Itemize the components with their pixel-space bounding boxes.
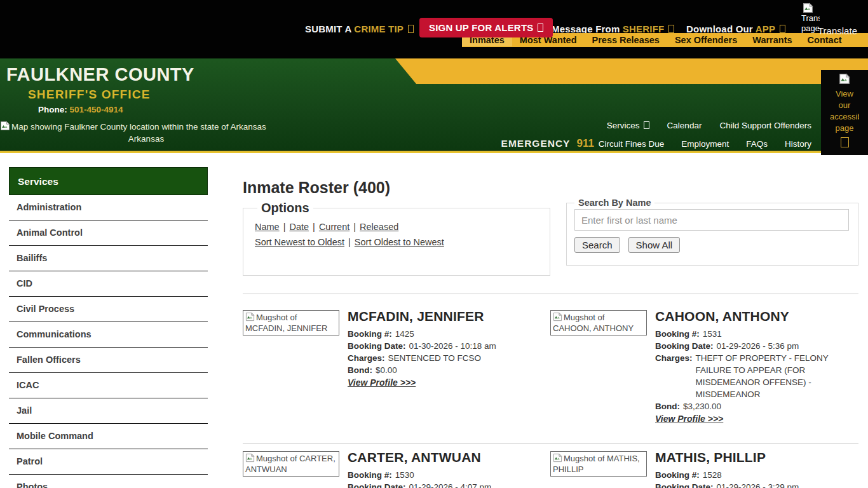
sidebar-item-icac[interactable]: ICAC [9,373,208,398]
charges-value: SENTENCED TO FCSO [388,352,482,364]
charges-label: Charges: [348,352,385,364]
bond-label: Bond: [655,400,680,412]
signup-label: SIGN UP FOR ALERTS [429,22,533,33]
booking-date: Booking Date:01-29-2026 - 5:36 pm [655,340,855,352]
sign-up-for-alerts-button[interactable]: SIGN UP FOR ALERTS [419,18,553,37]
broken-image-icon [245,312,255,322]
separator: | [283,222,286,232]
option-link-released[interactable]: Released [360,222,398,232]
booking-date-value: 01-29-2026 - 3:29 pm [717,481,799,488]
sidebar-item-mobile-command[interactable]: Mobile Command [9,424,208,449]
gold-nav-sex-offenders[interactable]: Sex Offenders [667,34,745,46]
show-all-button[interactable]: Show All [628,237,681,253]
search-input[interactable] [574,209,849,231]
booking-date: Booking Date:01-30-2026 - 10:18 am [348,340,548,352]
sidebar-item-communications[interactable]: Communications [9,322,208,348]
view-profile-link[interactable]: View Profile >>> [655,414,723,424]
bond: Bond:$3,230.00 [655,400,855,412]
options-legend: Options [257,201,313,215]
booking-number-value: 1425 [395,328,414,340]
phone-label: Phone: [38,105,67,114]
option-link-sort-newest-to-oldest[interactable]: Sort Newest to Oldest [255,237,344,247]
mugshot-alt-text: Mugshot of CAHOON, ANTHONY [553,313,634,333]
divider [243,443,858,444]
accessibility-alt-text: View our accessibility page [830,88,859,134]
missing-glyph-icon [538,24,543,32]
header-nav-row1: ServicesCalendarChild Support Offenders [589,121,811,130]
mugshot-image[interactable]: Mugshot of CAHOON, ANTHONY [550,310,647,336]
gold-nav-warrants[interactable]: Warrants [745,34,799,46]
header-nav-employment[interactable]: Employment [681,139,729,149]
sidebar-item-patrol[interactable]: Patrol [9,449,208,475]
header-nav-faqs[interactable]: FAQs [746,139,768,149]
booking-date-label: Booking Date: [655,340,714,352]
option-link-current[interactable]: Current [319,222,349,232]
charges-label: Charges: [655,352,693,400]
booking-number-value: 1531 [703,328,722,340]
emergency-number: 911 [576,137,593,149]
bond-value: $0.00 [376,364,397,376]
header-nav-circuit-fines-due[interactable]: Circuit Fines Due [599,139,665,149]
translate-link[interactable]: Translate [818,25,857,36]
booking-number-label: Booking #: [655,328,700,340]
booking-number-label: Booking #: [348,328,392,340]
services-sidebar: Services AdministrationAnimal ControlBai… [9,167,208,488]
county-map-image: Map showing Faulkner County location wit… [0,121,292,145]
option-link-sort-oldest-to-newest[interactable]: Sort Oldest to Newest [355,237,444,247]
sidebar-item-administration[interactable]: Administration [9,195,208,220]
sidebar-item-civil-process[interactable]: Civil Process [9,297,208,322]
charges: Charges:SENTENCED TO FCSO [348,352,548,364]
site-subtitle: SHERIFF'S OFFICE [28,88,151,102]
translate-alt-text: Translate page [801,13,820,34]
inmate-card: Mugshot of CAHOON, ANTHONYCAHOON, ANTHON… [550,310,858,424]
mugshot-image[interactable]: Mugshot of MCFADIN, JENNIFER [243,310,339,336]
header-nav-calendar[interactable]: Calendar [667,121,702,130]
booking-number: Booking #:1530 [348,469,548,481]
option-link-name[interactable]: Name [255,222,280,232]
missing-glyph-icon [408,25,414,33]
header-nav-history[interactable]: History [785,139,811,149]
gold-nav-press-releases[interactable]: Press Releases [585,34,667,46]
option-link-date[interactable]: Date [289,222,309,232]
mugshot-alt-text: Mugshot of MCFADIN, JENNIFER [245,313,327,333]
sidebar-item-cid[interactable]: CID [9,271,208,297]
crime-tip-highlight: CRIME TIP [354,24,403,34]
top-utility-bar: SUBMIT A CRIME TIP SIGN UP FOR ALERTS Me… [0,0,868,58]
crime-tip-prefix: SUBMIT A [305,24,354,34]
broken-image-icon [0,121,10,131]
inmate-row-2: Mugshot of CARTER, ANTWUANCARTER, ANTWUA… [243,451,858,488]
sidebar-item-bailiffs[interactable]: Bailiffs [9,246,208,271]
inmate-name: MATHIS, PHILLIP [655,450,855,465]
charges: Charges:THEFT OF PROPERTY - FELONY FAILU… [655,352,855,400]
search-button[interactable]: Search [574,237,620,253]
filter-links-row: Name|Date|Current|Released [255,222,538,232]
header-nav-services[interactable]: Services [607,121,649,130]
missing-glyph-icon [841,137,849,147]
booking-number-label: Booking #: [655,469,700,481]
booking-date-value: 01-29-2026 - 4:07 pm [409,481,492,488]
sidebar-item-animal-control[interactable]: Animal Control [9,220,208,246]
booking-date-value: 01-29-2026 - 5:36 pm [717,340,799,352]
sidebar-header: Services [9,167,208,195]
page-title: Inmate Roster (400) [243,179,390,197]
view-profile-link[interactable]: View Profile >>> [348,377,416,388]
header-nav-row2: EMERGENCY911 Circuit Fines DueEmployment… [501,137,811,150]
submit-crime-tip-link[interactable]: SUBMIT A CRIME TIP [305,24,414,34]
search-legend: Search By Name [574,198,654,208]
accessibility-page-link[interactable]: View our accessibility page [821,70,868,155]
booking-date: Booking Date:01-29-2026 - 3:29 pm [655,481,855,488]
phone-number-link[interactable]: 501-450-4914 [70,105,123,114]
header-nav-child-support-offenders[interactable]: Child Support Offenders [719,121,811,130]
mugshot-image[interactable]: Mugshot of CARTER, ANTWUAN [243,451,339,477]
sidebar-item-jail[interactable]: Jail [9,398,208,424]
translate-widget[interactable]: Translate page Translate [799,3,862,34]
broken-image-icon [553,312,562,322]
inmate-details: MCFADIN, JENNIFERBooking #:1425Booking D… [348,310,548,388]
sidebar-item-fallen-officers[interactable]: Fallen Officers [9,348,208,373]
mugshot-image[interactable]: Mugshot of MATHIS, PHILLIP [550,451,647,477]
broken-image-icon [803,3,813,13]
mugshot-alt-text: Mugshot of CARTER, ANTWUAN [245,454,336,474]
sidebar-items: AdministrationAnimal ControlBailiffsCIDC… [9,195,208,488]
booking-number: Booking #:1528 [655,469,855,481]
sidebar-item-photos[interactable]: Photos [9,475,208,488]
